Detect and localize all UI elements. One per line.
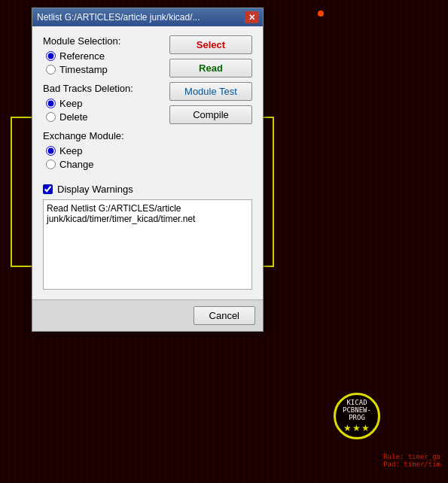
output-textarea[interactable]: [43, 199, 252, 290]
radio-item-delete1: Delete: [46, 111, 163, 123]
status-line1: Rule: timer_ga: [383, 453, 440, 460]
exchange-module-label: Exchange Module:: [43, 130, 163, 141]
checkmark-inner: KICADPCBNEW-PROG ★★★: [336, 399, 378, 433]
cancel-button[interactable]: Cancel: [194, 306, 255, 325]
bottom-bar: Cancel: [32, 299, 263, 331]
compile-button[interactable]: Compile: [169, 105, 252, 124]
radio-item-keep1: Keep: [46, 98, 163, 109]
radio-item-change: Change: [46, 159, 163, 170]
radio-item-keep2: Keep: [46, 145, 163, 156]
main-layout: Module Selection: Reference Timestamp Ba…: [43, 35, 252, 178]
read-button[interactable]: Read: [169, 59, 252, 77]
radio-item-timestamp: Timestamp: [46, 64, 163, 75]
orange-dot-decoration: [318, 11, 324, 17]
module-selection-group: Reference Timestamp: [43, 50, 163, 75]
netlist-dialog: Netlist G:/ARTICLES/article junk/kicad/.…: [32, 8, 264, 332]
inner-text: KICADPCBNEW-PROG: [336, 399, 378, 421]
exchange-module-group: Keep Change: [43, 145, 163, 170]
dialog-title: Netlist G:/ARTICLES/article junk/kicad/.…: [37, 12, 245, 23]
keep2-radio[interactable]: [46, 146, 56, 156]
status-overlay: Rule: timer_ga Pad: timer/tim: [383, 453, 440, 468]
checkmark-circle: KICADPCBNEW-PROG ★★★: [334, 393, 380, 439]
change-radio[interactable]: [46, 159, 56, 169]
bad-tracks-group: Keep Delete: [43, 98, 163, 123]
left-column: Module Selection: Reference Timestamp Ba…: [43, 35, 169, 178]
display-warnings-checkbox[interactable]: [43, 184, 53, 194]
checkmark-overlay: KICADPCBNEW-PROG ★★★: [334, 393, 380, 439]
reference-radio[interactable]: [46, 51, 56, 61]
bad-tracks-label: Bad Tracks Deletion:: [43, 83, 163, 94]
module-test-button[interactable]: Module Test: [169, 82, 252, 101]
delete1-radio[interactable]: [46, 112, 56, 122]
timestamp-label[interactable]: Timestamp: [59, 64, 108, 75]
keep1-radio[interactable]: [46, 99, 56, 108]
display-warnings-row: Display Warnings: [43, 184, 252, 195]
radio-item-reference: Reference: [46, 50, 163, 62]
keep2-label[interactable]: Keep: [59, 145, 82, 156]
keep1-label[interactable]: Keep: [59, 98, 82, 109]
status-line2: Pad: timer/tim: [383, 460, 440, 468]
right-column: Select Read Module Test Compile: [169, 35, 252, 178]
dialog-content: Module Selection: Reference Timestamp Ba…: [32, 26, 263, 299]
select-button[interactable]: Select: [169, 35, 252, 54]
timestamp-radio[interactable]: [46, 65, 56, 74]
display-warnings-label[interactable]: Display Warnings: [57, 184, 133, 195]
title-bar: Netlist G:/ARTICLES/article junk/kicad/.…: [32, 8, 263, 26]
stars-decoration: ★★★: [336, 423, 378, 433]
delete1-label[interactable]: Delete: [59, 111, 88, 123]
close-button[interactable]: ✕: [245, 11, 258, 23]
change-label[interactable]: Change: [59, 159, 94, 170]
reference-label[interactable]: Reference: [59, 50, 105, 62]
module-selection-label: Module Selection:: [43, 35, 163, 47]
